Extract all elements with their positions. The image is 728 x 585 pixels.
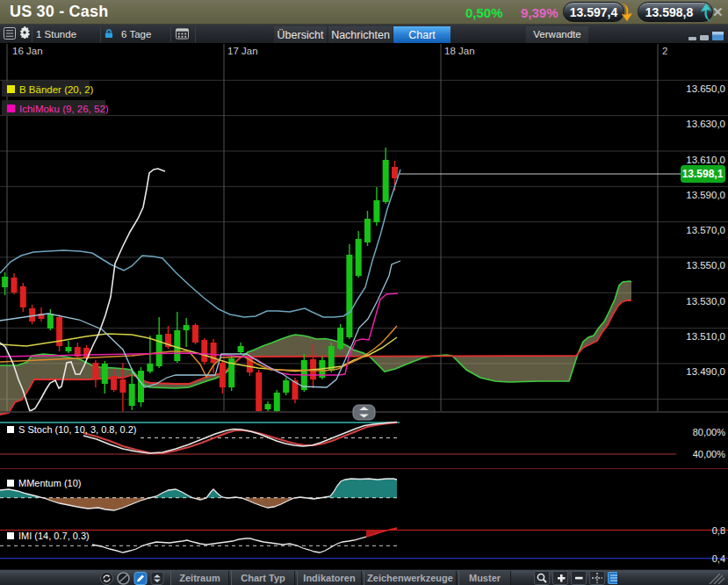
svg-text:13.630,0: 13.630,0 — [686, 119, 725, 129]
svg-text:13.490,0: 13.490,0 — [686, 366, 725, 377]
svg-text:17 Jan: 17 Jan — [227, 46, 258, 56]
svg-text:13.610,0: 13.610,0 — [686, 155, 725, 165]
svg-text:S Stoch (10, 10, 3, 0.8, 0.2): S Stoch (10, 10, 3, 0.8, 0.2) — [18, 424, 137, 435]
svg-text:IchiMoku (9, 26, 52): IchiMoku (9, 26, 52) — [19, 104, 109, 114]
svg-text:16 Jan: 16 Jan — [12, 46, 43, 56]
svg-text:13.530,0: 13.530,0 — [686, 296, 725, 307]
svg-text:80,00%: 80,00% — [693, 427, 726, 437]
svg-text:0,8: 0,8 — [712, 525, 725, 536]
svg-text:IMI (14, 0.7, 0.3): IMI (14, 0.7, 0.3) — [18, 531, 90, 541]
svg-text:13.550,0: 13.550,0 — [686, 260, 725, 271]
svg-text:2: 2 — [662, 46, 667, 56]
svg-text:MMentum (10): MMentum (10) — [18, 478, 82, 488]
svg-text:13.598,1: 13.598,1 — [682, 168, 724, 180]
svg-text:18 Jan: 18 Jan — [444, 46, 475, 56]
svg-text:13.650,0: 13.650,0 — [686, 83, 725, 94]
svg-text:13.590,0: 13.590,0 — [686, 190, 725, 200]
svg-text:0,4: 0,4 — [712, 553, 725, 564]
svg-text:13.510,0: 13.510,0 — [686, 331, 725, 342]
svg-text:B Bänder (20, 2): B Bänder (20, 2) — [19, 84, 94, 95]
svg-text:40,00%: 40,00% — [693, 449, 726, 459]
svg-text:13.570,0: 13.570,0 — [686, 225, 725, 235]
